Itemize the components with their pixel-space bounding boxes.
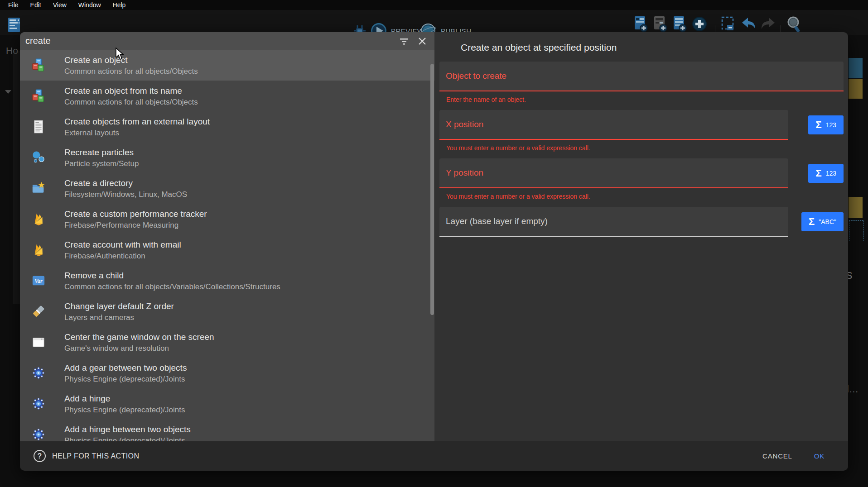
list-item[interactable]: Create a custom performance tracker Fire…	[20, 204, 434, 234]
variable-icon: Var	[32, 274, 45, 287]
search-input[interactable]	[25, 36, 391, 46]
external-layout-document-icon	[32, 120, 45, 134]
action-search-panel: Create an object Common actions for all …	[20, 32, 434, 441]
list-item[interactable]: Recreate particles Particle system/Setup	[20, 142, 434, 173]
dialog-footer: ? HELP FOR THIS ACTION CANCEL OK	[20, 441, 848, 471]
list-item-subtitle: Firebase/Authentication	[64, 251, 181, 261]
list-item-subtitle: Filesystem/Windows, Linux, MacOS	[64, 190, 187, 199]
layers-z-order-icon	[32, 305, 45, 318]
close-icon[interactable]	[417, 36, 427, 46]
list-item[interactable]: Create account with with email Firebase/…	[20, 234, 434, 265]
objects-cubes-icon	[32, 89, 45, 103]
background-fragment	[849, 79, 863, 99]
parameter-input[interactable]: X position	[439, 110, 788, 140]
parameter-input[interactable]: Layer (base layer if empty)	[439, 207, 788, 237]
mouse-cursor	[115, 48, 124, 61]
parameter-helper-text: You must enter a number or a valid expre…	[446, 193, 844, 201]
parameter-field: X position Σ 123 You must enter a number…	[439, 110, 844, 152]
list-item[interactable]: Var Remove a child Common actions for al…	[20, 265, 434, 296]
redo-icon[interactable]	[760, 17, 776, 31]
list-item-subtitle: External layouts	[64, 128, 210, 138]
selection-remove-icon[interactable]	[721, 16, 736, 32]
search-project-icon[interactable]	[786, 16, 802, 33]
menu-bar: File Edit View Window Help	[0, 0, 868, 10]
panel-title: Create an object at specified position	[461, 42, 617, 53]
filter-icon[interactable]	[399, 36, 409, 46]
parameter-placeholder: Layer (base layer if empty)	[446, 216, 548, 226]
expression-builder-button[interactable]: Σ 123	[808, 164, 844, 183]
list-item-title: Add a hinge between two objects	[64, 424, 191, 434]
list-item[interactable]: Add a gear between two objects Physics E…	[20, 358, 434, 388]
add-external-events-icon[interactable]	[654, 15, 667, 33]
list-item-title: Create objects from an external layout	[64, 116, 210, 127]
physics-joint-icon	[32, 428, 45, 441]
list-item[interactable]: Change layer default Z order Layers and …	[20, 296, 434, 327]
background-panel-edge	[13, 51, 20, 304]
parameter-field: Layer (base layer if empty) Σ "ABC"	[439, 207, 844, 237]
search-bar	[20, 32, 434, 50]
add-extension-icon[interactable]	[692, 16, 707, 32]
parameter-fields: Object to create Enter the name of an ob…	[434, 54, 848, 237]
sigma-icon: Σ	[809, 217, 815, 227]
menu-item-window[interactable]: Window	[78, 1, 101, 9]
menu-item-file[interactable]: File	[8, 1, 19, 9]
parameter-input[interactable]: Object to create	[439, 62, 844, 91]
list-item[interactable]: Create objects from an external layout E…	[20, 111, 434, 142]
parameter-helper-text: You must enter a number or a valid expre…	[446, 144, 844, 152]
add-scene-icon[interactable]	[634, 15, 648, 33]
background-fragment	[849, 58, 863, 78]
firebase-flame-icon	[32, 212, 45, 226]
list-item-title: Add a hinge	[64, 393, 185, 404]
menu-item-edit[interactable]: Edit	[30, 1, 41, 9]
list-item-title: Create an object from its name	[64, 86, 198, 96]
list-item-subtitle: Firebase/Performance Measuring	[64, 220, 207, 230]
panel-header: Create an object at specified position	[434, 32, 848, 54]
list-item-title: Change layer default Z order	[64, 301, 174, 311]
objects-cubes-icon	[443, 41, 456, 54]
list-item-title: Create an object	[64, 55, 198, 65]
expression-builder-button[interactable]: Σ 123	[808, 115, 844, 134]
list-item[interactable]: Create an object Common actions for all …	[20, 50, 434, 81]
svg-text:Var: Var	[34, 278, 43, 284]
menu-item-view[interactable]: View	[53, 1, 67, 9]
list-item[interactable]: Center the game window on the screen Gam…	[20, 327, 434, 358]
chevron-down-icon	[5, 90, 11, 94]
project-manager-icon[interactable]	[7, 16, 21, 33]
parameter-input[interactable]: Y position	[439, 158, 788, 188]
list-item-title: Create a custom performance tracker	[64, 209, 207, 219]
help-icon: ?	[34, 450, 46, 462]
help-label: HELP FOR THIS ACTION	[52, 452, 139, 460]
menu-item-help[interactable]: Help	[113, 1, 126, 9]
expression-builder-button[interactable]: Σ "ABC"	[801, 212, 844, 231]
objects-cubes-icon	[32, 58, 45, 72]
list-item[interactable]: Create a directory Filesystem/Windows, L…	[20, 173, 434, 204]
list-item[interactable]: Add a hinge between two objects Physics …	[20, 419, 434, 441]
list-item-title: Remove a child	[64, 270, 280, 281]
list-item-subtitle: Common actions for all objects/Variables…	[64, 282, 280, 291]
physics-joint-icon	[32, 366, 45, 380]
parameter-helper-text: Enter the name of an object.	[446, 96, 844, 104]
list-item-title: Recreate particles	[64, 147, 139, 158]
parameter-placeholder: Object to create	[446, 71, 506, 81]
choose-action-dialog: Create an object Common actions for all …	[20, 32, 848, 471]
folder-star-icon	[32, 181, 45, 195]
list-item-subtitle: Common actions for all objects/Objects	[64, 97, 198, 107]
list-item-subtitle: Common actions for all objects/Objects	[64, 67, 198, 76]
undo-icon[interactable]	[741, 17, 757, 31]
sigma-icon: Σ	[815, 168, 821, 178]
background-selection-fragment	[849, 220, 863, 241]
list-item[interactable]: Create an object from its name Common ac…	[20, 81, 434, 111]
list-item-subtitle: Layers and cameras	[64, 313, 174, 322]
list-scrollbar[interactable]	[430, 64, 434, 315]
list-item[interactable]: Add a hinge Physics Engine (deprecated)/…	[20, 388, 434, 419]
add-external-layout-icon[interactable]	[673, 15, 687, 33]
list-item-subtitle: Physics Engine (deprecated)/Joints	[64, 436, 191, 442]
firebase-flame-icon	[32, 243, 45, 257]
list-item-title: Create a directory	[64, 178, 187, 188]
particles-icon	[32, 151, 45, 164]
ok-button[interactable]: OK	[814, 452, 825, 460]
cancel-button[interactable]: CANCEL	[762, 452, 792, 460]
physics-joint-icon	[32, 397, 45, 411]
help-button[interactable]: ? HELP FOR THIS ACTION	[34, 450, 139, 462]
list-item-title: Center the game window on the screen	[64, 332, 214, 342]
